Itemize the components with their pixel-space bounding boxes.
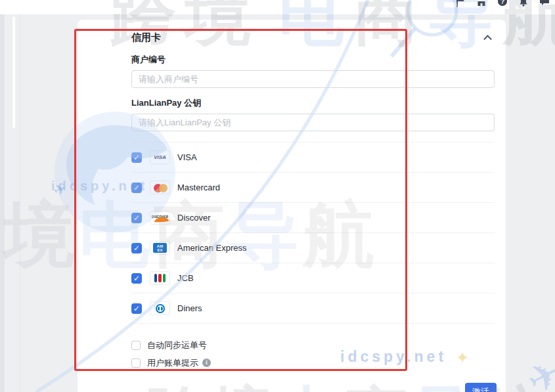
mastercard-checkbox[interactable]: ✓ bbox=[131, 183, 142, 193]
help-icon[interactable]: ? bbox=[497, 0, 508, 7]
panel-title: 信用卡 bbox=[131, 32, 161, 44]
chat-icon[interactable] bbox=[539, 0, 550, 7]
jcb-checkbox[interactable]: ✓ bbox=[131, 273, 142, 284]
panel-header: 信用卡 bbox=[131, 20, 495, 45]
diners-logo bbox=[150, 301, 170, 315]
svg-text:?: ? bbox=[500, 0, 504, 5]
collapse-chevron-icon[interactable] bbox=[483, 35, 492, 43]
activate-button[interactable]: 激活 bbox=[465, 383, 497, 392]
card-option-row-discover: ✓ DISCOVER Discover bbox=[131, 203, 495, 233]
toolbar-icon-group: ? bbox=[455, 0, 550, 7]
billing-hint-label: 用户账单提示 bbox=[147, 357, 198, 369]
extra-options-group: 自动同步运单号 用户账单提示 i bbox=[131, 336, 495, 372]
lianlianpay-key-label: LianLianPay 公钥 bbox=[131, 97, 495, 109]
amex-checkbox[interactable]: ✓ bbox=[131, 243, 142, 253]
jcb-logo bbox=[150, 271, 170, 285]
visa-logo: VISA bbox=[150, 150, 170, 164]
auto-sync-label: 自动同步运单号 bbox=[147, 339, 207, 351]
auto-sync-checkbox[interactable] bbox=[131, 341, 141, 350]
card-option-row-diners: ✓ Diners bbox=[131, 294, 495, 324]
airplane-icon: ✈ bbox=[520, 350, 555, 392]
amex-logo: AM EX bbox=[150, 241, 170, 255]
info-icon[interactable]: i bbox=[202, 359, 211, 367]
discover-checkbox[interactable]: ✓ bbox=[131, 213, 142, 223]
left-gutter bbox=[0, 14, 5, 392]
card-option-label: Discover bbox=[177, 213, 211, 223]
mastercard-logo bbox=[150, 181, 170, 194]
vertical-scrollbar-thumb[interactable] bbox=[12, 16, 15, 128]
card-option-label: Diners bbox=[177, 303, 202, 313]
visa-checkbox[interactable]: ✓ bbox=[131, 152, 142, 163]
card-option-label: VISA bbox=[177, 152, 197, 162]
auto-sync-row: 自动同步运单号 bbox=[131, 336, 495, 354]
discover-logo: DISCOVER bbox=[150, 211, 170, 225]
merchant-id-label: 商户编号 bbox=[131, 54, 495, 66]
gutter-divider bbox=[20, 14, 20, 392]
billing-hint-row: 用户账单提示 i bbox=[131, 354, 495, 372]
billing-hint-checkbox[interactable] bbox=[131, 359, 141, 368]
credit-card-settings-panel: 信用卡 商户编号 LianLianPay 公钥 ✓ VISA VISA ✓ Ma… bbox=[78, 20, 506, 392]
card-option-row-visa: ✓ VISA VISA bbox=[131, 142, 495, 173]
merchant-id-input[interactable] bbox=[131, 70, 495, 88]
card-option-label: American Express bbox=[177, 243, 246, 253]
card-option-row-jcb: ✓ JCB bbox=[131, 263, 495, 294]
card-option-label: Mastercard bbox=[177, 183, 220, 192]
airplane-icon: ✈ bbox=[51, 179, 69, 200]
top-toolbar: ? bbox=[0, 0, 555, 14]
flag-icon[interactable] bbox=[455, 0, 466, 7]
store-icon[interactable] bbox=[476, 0, 487, 7]
card-option-row-amex: ✓ AM EX American Express bbox=[131, 233, 495, 263]
bell-icon[interactable] bbox=[518, 0, 529, 7]
card-option-row-mastercard: ✓ Mastercard bbox=[131, 173, 495, 203]
lianlianpay-key-input[interactable] bbox=[131, 114, 495, 131]
card-option-label: JCB bbox=[177, 273, 194, 283]
diners-checkbox[interactable]: ✓ bbox=[131, 303, 142, 314]
